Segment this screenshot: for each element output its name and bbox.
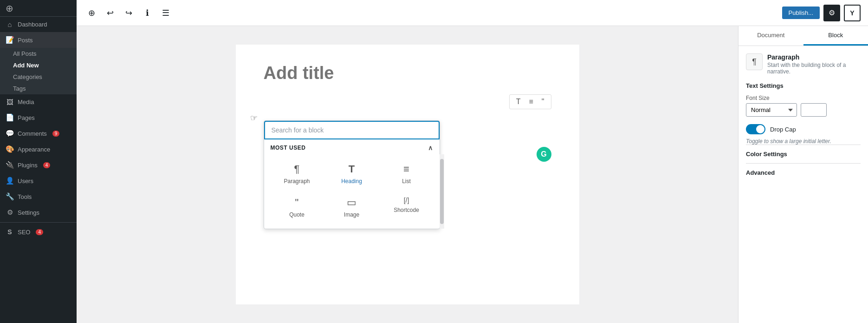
sidebar-divider <box>0 222 77 223</box>
undo-icon: ↩ <box>107 8 114 18</box>
settings-icon: ⚙ <box>6 208 14 217</box>
sidebar-item-posts[interactable]: 📝 Posts <box>0 32 77 48</box>
image-block-icon: ▭ <box>347 197 356 209</box>
sidebar-item-label: Appearance <box>18 146 50 153</box>
quote-format-button[interactable]: " <box>539 97 547 107</box>
block-item-list[interactable]: ≡ List <box>380 158 433 190</box>
info-button[interactable]: ℹ <box>140 6 155 20</box>
block-item-image[interactable]: ▭ Image <box>325 191 378 223</box>
handle-icon: ☞ <box>250 113 258 123</box>
sidebar-item-pages[interactable]: 📄 Pages <box>0 110 77 125</box>
sidebar-item-label: Settings <box>18 209 39 216</box>
main-area: ⊕ ↩ ↪ ℹ ☰ Publish... ⚙ Y <box>77 0 868 323</box>
publish-button[interactable]: Publish... <box>782 7 820 19</box>
scrollbar-thumb[interactable] <box>440 159 444 224</box>
sidebar-sub-add-new[interactable]: Add New <box>0 59 77 71</box>
block-toolbar: T ≡ " <box>509 94 551 109</box>
font-size-custom-input[interactable] <box>801 103 827 117</box>
sidebar-item-appearance[interactable]: 🎨 Appearance <box>0 141 77 157</box>
block-grid: ¶ Paragraph T Heading ≡ List <box>264 154 440 229</box>
comments-icon: 💬 <box>6 129 14 138</box>
sidebar-sub-all-posts[interactable]: All Posts <box>0 48 77 59</box>
font-size-controls: Normal Small Medium Large Huge <box>746 103 861 117</box>
sidebar-item-label: Pages <box>18 114 35 121</box>
sidebar-sub-categories[interactable]: Categories <box>0 71 77 83</box>
paragraph-block-label: Paragraph <box>284 178 310 185</box>
add-block-button[interactable]: ⊕ <box>84 6 99 20</box>
font-size-select[interactable]: Normal Small Medium Large Huge <box>746 103 797 117</box>
post-title-input[interactable] <box>264 63 551 83</box>
gear-icon: ⚙ <box>829 8 835 17</box>
tab-block[interactable]: Block <box>803 26 868 46</box>
scrollbar-track[interactable] <box>440 154 444 229</box>
plugins-badge: 4 <box>43 162 51 168</box>
list-format-button[interactable]: ≡ <box>526 97 536 107</box>
sidebar-item-label: SEO <box>18 229 30 236</box>
right-panel-tabs: Document Block <box>738 26 868 46</box>
sidebar-item-dashboard[interactable]: ⌂ Dashboard <box>0 17 77 32</box>
toggle-row: Drop Cap <box>746 124 861 134</box>
right-panel: Document Block ¶ Paragraph Start with th… <box>738 26 868 323</box>
dashboard-icon: ⌂ <box>6 20 14 28</box>
paragraph-format-button[interactable]: T <box>513 97 524 107</box>
block-item-paragraph[interactable]: ¶ Paragraph <box>271 158 324 190</box>
sidebar-item-label: Users <box>18 178 33 185</box>
block-item-shortcode[interactable]: [/] Shortcode <box>380 191 433 223</box>
drop-cap-row: Drop Cap Toggle to show a large initial … <box>746 124 861 145</box>
users-icon: 👤 <box>6 177 14 185</box>
topbar: ⊕ ↩ ↪ ℹ ☰ Publish... ⚙ Y <box>77 0 868 26</box>
heading-block-icon: T <box>349 163 355 175</box>
shortcode-block-label: Shortcode <box>394 207 419 213</box>
sidebar-item-label: Tools <box>18 193 32 200</box>
sidebar: ⊕ ⌂ Dashboard 📝 Posts All Posts Add New … <box>0 0 77 323</box>
quote-block-label: Quote <box>289 211 304 218</box>
redo-button[interactable]: ↪ <box>121 6 136 20</box>
sidebar-item-settings[interactable]: ⚙ Settings <box>0 204 77 220</box>
drop-cap-toggle[interactable] <box>746 124 765 134</box>
sidebar-item-users[interactable]: 👤 Users <box>0 173 77 189</box>
shortcode-block-icon: [/] <box>404 197 409 204</box>
block-search-popup: Most Used ∧ ¶ Paragraph T Heading <box>264 120 440 229</box>
right-panel-body: ¶ Paragraph Start with the building bloc… <box>738 46 868 189</box>
comments-badge: 9 <box>52 131 60 137</box>
grammarly-icon: G <box>537 147 551 162</box>
sidebar-sub-tags[interactable]: Tags <box>0 83 77 94</box>
block-item-quote[interactable]: " Quote <box>271 191 324 223</box>
font-size-label: Font Size <box>746 95 861 101</box>
font-size-row: Font Size Normal Small Medium Large Huge <box>746 95 861 117</box>
editor-content: G ☞ T ≡ " <box>236 45 579 304</box>
block-info: ¶ Paragraph Start with the building bloc… <box>746 53 861 75</box>
paragraph-block-icon: ¶ <box>294 163 300 175</box>
block-handle[interactable]: ☞ <box>247 111 261 125</box>
most-used-header: Most Used ∧ <box>264 139 440 154</box>
quote-block-icon: " <box>295 197 299 209</box>
yoast-button[interactable]: Y <box>844 5 861 21</box>
block-item-heading[interactable]: T Heading <box>325 158 378 190</box>
sidebar-item-comments[interactable]: 💬 Comments 9 <box>0 125 77 141</box>
list-view-button[interactable]: ☰ <box>158 6 173 20</box>
chevron-up-icon: ∧ <box>428 144 433 152</box>
editor-container: G ☞ T ≡ " <box>77 26 868 323</box>
sidebar-item-tools[interactable]: 🔧 Tools <box>0 189 77 204</box>
undo-button[interactable]: ↩ <box>103 6 117 20</box>
sidebar-item-seo[interactable]: S SEO 4 <box>0 224 77 239</box>
tab-document[interactable]: Document <box>738 26 803 46</box>
block-search-input[interactable] <box>264 121 440 139</box>
sidebar-item-label: Media <box>18 99 34 105</box>
block-info-text: Paragraph Start with the building block … <box>767 53 861 75</box>
text-settings-section: Text Settings Font Size Normal Small Med… <box>746 82 861 145</box>
add-icon: ⊕ <box>88 8 95 18</box>
advanced-section[interactable]: Advanced <box>746 163 861 182</box>
topbar-left: ⊕ ↩ ↪ ℹ ☰ <box>84 6 173 20</box>
sidebar-item-media[interactable]: 🖼 Media <box>0 94 77 110</box>
editor-settings-button[interactable]: ⚙ <box>823 5 840 21</box>
yoast-icon: Y <box>850 9 854 17</box>
color-settings-section[interactable]: Color Settings <box>746 145 861 163</box>
most-used-label: Most Used <box>271 145 306 151</box>
sidebar-item-plugins[interactable]: 🔌 Plugins 4 <box>0 157 77 173</box>
tools-icon: 🔧 <box>6 192 14 201</box>
image-block-label: Image <box>344 211 359 218</box>
list-icon: ☰ <box>162 8 169 18</box>
heading-block-label: Heading <box>341 178 362 185</box>
wp-logo-icon: ⊕ <box>6 3 13 14</box>
